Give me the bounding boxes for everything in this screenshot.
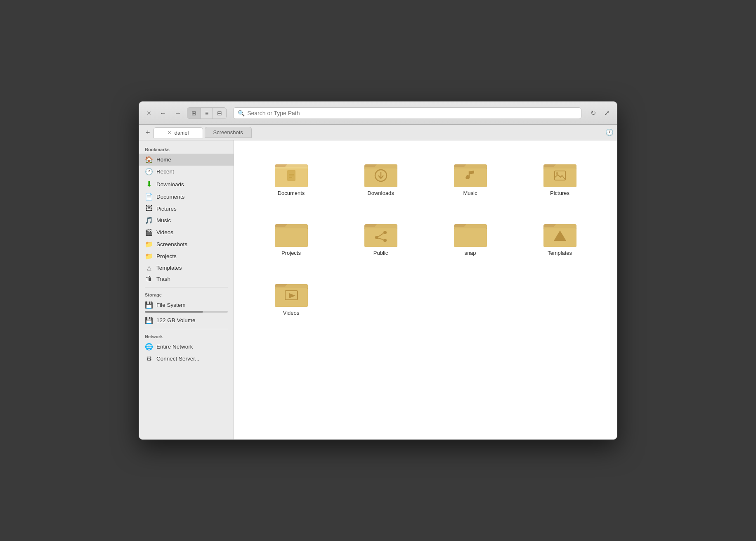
close-button[interactable]: ✕ [144, 108, 154, 118]
sidebar-item-connect-server[interactable]: ⚙ Connect Server... [139, 353, 234, 365]
columns-view-button[interactable]: ⊟ [213, 108, 226, 119]
sidebar-trash-label: Trash [156, 276, 170, 282]
folder-projects-icon [273, 217, 310, 250]
folder-public[interactable]: Public [340, 213, 421, 260]
folder-templates-icon [541, 217, 579, 250]
active-tab[interactable]: ✕ daniel [154, 127, 203, 138]
folder-downloads-label: Downloads [367, 190, 394, 196]
search-input[interactable] [247, 110, 577, 116]
sidebar-item-network[interactable]: 🌐 Entire Network [139, 341, 234, 353]
sidebar-item-templates[interactable]: △ Templates [139, 262, 234, 273]
sidebar-screenshots-label: Screenshots [156, 241, 187, 247]
sidebar-network-label: Entire Network [156, 344, 193, 350]
folder-music-label: Music [463, 190, 477, 196]
folder-downloads[interactable]: Downloads [340, 153, 421, 200]
home-icon: 🏠 [145, 156, 153, 164]
music-icon: 🎵 [145, 216, 153, 224]
add-tab-button[interactable]: + [142, 129, 154, 136]
fullscreen-button[interactable]: ⤢ [602, 107, 612, 119]
folder-music-icon [452, 157, 489, 190]
sidebar-pictures-label: Pictures [156, 206, 177, 212]
filesystem-storage-bar [145, 311, 228, 313]
sidebar-documents-label: Documents [156, 194, 184, 200]
trash-icon: 🗑 [145, 275, 153, 282]
sidebar: Bookmarks 🏠 Home 🕐 Recent ⬇ Downloads 📄 … [139, 140, 234, 439]
grid-view-button[interactable]: ⊞ [187, 108, 201, 119]
sidebar-divider-1 [145, 287, 228, 287]
history-button[interactable]: 🕐 [605, 128, 614, 136]
refresh-button[interactable]: ↻ [588, 107, 598, 119]
folder-videos[interactable]: Videos [250, 273, 332, 320]
connect-server-icon: ⚙ [145, 355, 153, 363]
sidebar-downloads-label: Downloads [156, 181, 184, 187]
view-toggle: ⊞ ≡ ⊟ [187, 107, 227, 119]
svg-point-23 [375, 236, 378, 239]
svg-rect-3 [287, 170, 295, 181]
videos-icon: 🎬 [145, 228, 153, 236]
folder-templates-label: Templates [548, 250, 572, 256]
filesystem-icon: 💾 [145, 301, 153, 309]
svg-rect-19 [275, 228, 308, 247]
folder-pictures-icon [541, 157, 579, 190]
folder-projects[interactable]: Projects [250, 213, 332, 260]
sidebar-item-recent[interactable]: 🕐 Recent [139, 166, 234, 178]
forward-button[interactable]: → [172, 108, 184, 119]
folder-public-label: Public [373, 250, 388, 256]
sidebar-filesystem-label: File System [156, 302, 186, 308]
folder-templates[interactable]: Templates [519, 213, 600, 260]
folder-downloads-icon [362, 157, 399, 190]
folder-documents-icon [273, 157, 310, 190]
toolbar: ✕ ← → ⊞ ≡ ⊟ 🔍 ↻ ⤢ [139, 102, 617, 125]
svg-point-24 [383, 239, 387, 242]
projects-icon: 📁 [145, 252, 153, 260]
tabbar: + ✕ daniel Screenshots 🕐 [139, 125, 617, 140]
pictures-icon: 🖼 [145, 205, 153, 212]
tab-close-button[interactable]: ✕ [168, 130, 171, 135]
folder-snap-icon [452, 217, 489, 250]
sidebar-item-screenshots[interactable]: 📁 Screenshots [139, 238, 234, 250]
sidebar-item-home[interactable]: 🏠 Home [139, 154, 234, 166]
sidebar-music-label: Music [156, 217, 171, 223]
filesystem-storage-bar-container [145, 311, 228, 313]
folder-documents[interactable]: Documents [250, 153, 332, 200]
sidebar-home-label: Home [156, 157, 171, 163]
volume-icon: 💾 [145, 316, 153, 324]
back-button[interactable]: ← [157, 108, 169, 119]
sidebar-projects-label: Projects [156, 253, 177, 259]
folder-grid: Documents Downloads [250, 153, 600, 320]
file-area: Documents Downloads [234, 140, 617, 439]
sidebar-item-filesystem[interactable]: 💾 File System [139, 299, 234, 311]
search-bar[interactable]: 🔍 [233, 107, 581, 119]
folder-videos-icon [273, 277, 310, 310]
folder-pictures[interactable]: Pictures [519, 153, 600, 200]
svg-rect-21 [364, 228, 397, 247]
sidebar-item-videos[interactable]: 🎬 Videos [139, 226, 234, 238]
sidebar-item-volume[interactable]: 💾 122 GB Volume [139, 314, 234, 326]
svg-point-22 [383, 231, 387, 234]
folder-videos-label: Videos [283, 310, 300, 316]
sidebar-divider-2 [145, 329, 228, 329]
sidebar-item-documents[interactable]: 📄 Documents [139, 191, 234, 203]
bookmarks-label: Bookmarks [139, 145, 234, 154]
sidebar-recent-label: Recent [156, 168, 174, 175]
sidebar-item-projects[interactable]: 📁 Projects [139, 250, 234, 262]
folder-music[interactable]: Music [430, 153, 511, 200]
sidebar-item-pictures[interactable]: 🖼 Pictures [139, 203, 234, 214]
sidebar-item-trash[interactable]: 🗑 Trash [139, 273, 234, 285]
folder-pictures-label: Pictures [550, 190, 569, 196]
sidebar-videos-label: Videos [156, 229, 173, 235]
folder-documents-label: Documents [278, 190, 305, 196]
sidebar-connect-server-label: Connect Server... [156, 356, 199, 362]
sidebar-item-downloads[interactable]: ⬇ Downloads [139, 178, 234, 191]
folder-snap-label: snap [464, 250, 476, 256]
sidebar-volume-label: 122 GB Volume [156, 317, 196, 323]
templates-icon: △ [145, 264, 153, 271]
documents-icon: 📄 [145, 193, 153, 201]
sidebar-item-music[interactable]: 🎵 Music [139, 214, 234, 226]
search-icon: 🔍 [238, 110, 245, 116]
folder-snap[interactable]: snap [430, 213, 511, 260]
recent-icon: 🕐 [145, 168, 153, 176]
active-tab-label: daniel [175, 130, 189, 136]
inactive-tab[interactable]: Screenshots [205, 127, 252, 138]
list-view-button[interactable]: ≡ [201, 108, 213, 119]
